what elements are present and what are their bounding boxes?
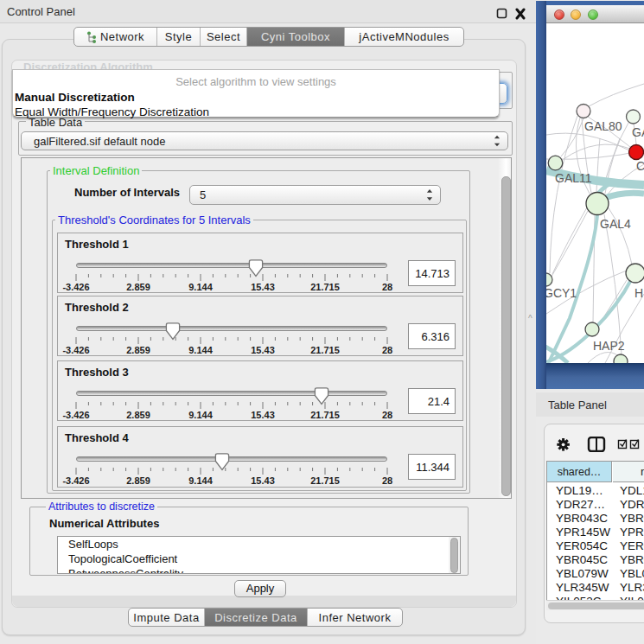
- svg-text:GAL4: GAL4: [600, 217, 631, 231]
- svg-text:GCY1: GCY1: [546, 286, 577, 300]
- svg-text:HAP2: HAP2: [593, 339, 625, 353]
- svg-text:GAL80: GAL80: [584, 119, 622, 133]
- svg-text:GA: GA: [632, 125, 644, 139]
- svg-text:C: C: [636, 159, 644, 173]
- svg-text:GAL11: GAL11: [555, 171, 592, 185]
- svg-text:H: H: [634, 286, 643, 300]
